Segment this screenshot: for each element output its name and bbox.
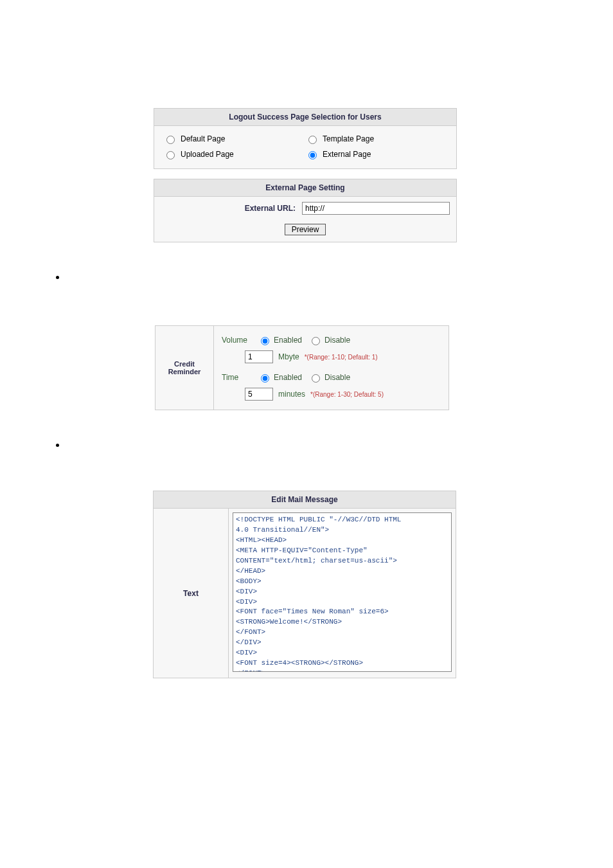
radio-volume-disable[interactable] xyxy=(312,337,320,345)
external-url-row: External URL: xyxy=(154,197,456,220)
radio-time-enabled[interactable] xyxy=(261,374,269,383)
volume-input[interactable] xyxy=(245,350,273,363)
time-disable-option[interactable]: Disable xyxy=(308,372,350,383)
volume-enabled-text: Enabled xyxy=(274,336,302,345)
time-input-row: minutes *(Range: 1-30; Default: 5) xyxy=(222,385,441,403)
option-template-page[interactable]: Template Page xyxy=(305,131,447,147)
time-enabled-text: Enabled xyxy=(274,373,302,382)
credit-reminder-body: Volume Enabled Disable Mbyte *(Range: 1-… xyxy=(214,326,449,410)
label-template: Template Page xyxy=(323,134,374,143)
external-page-setting-panel: External Page Setting External URL: Prev… xyxy=(154,179,457,242)
label-default: Default Page xyxy=(181,134,225,143)
mail-text-label: Text xyxy=(154,509,229,678)
volume-enabled-option[interactable]: Enabled xyxy=(258,335,302,345)
label-external: External Page xyxy=(323,150,371,159)
option-external-page[interactable]: External Page xyxy=(305,147,447,162)
option-default-page[interactable]: Default Page xyxy=(163,131,305,147)
volume-disable-text: Disable xyxy=(324,336,350,345)
time-input[interactable] xyxy=(245,388,273,401)
volume-row: Volume Enabled Disable xyxy=(222,332,441,348)
time-hint: *(Range: 1-30; Default: 5) xyxy=(310,391,384,398)
volume-hint: *(Range: 1-10; Default: 1) xyxy=(305,354,378,361)
mail-right xyxy=(229,509,456,678)
time-row: Time Enabled Disable xyxy=(222,370,441,385)
radio-template[interactable] xyxy=(308,136,317,144)
external-url-input[interactable] xyxy=(302,202,450,215)
time-label: Time xyxy=(222,373,251,382)
volume-input-row: Mbyte *(Range: 1-10; Default: 1) xyxy=(222,348,441,370)
volume-unit: Mbyte xyxy=(278,352,299,361)
mail-body: Text xyxy=(154,509,456,678)
volume-disable-option[interactable]: Disable xyxy=(308,335,350,345)
label-uploaded: Uploaded Page xyxy=(181,150,234,159)
logout-page-selection-panel: Logout Success Page Selection for Users … xyxy=(154,108,457,169)
bullet-icon xyxy=(56,276,59,279)
radio-default[interactable] xyxy=(166,136,175,144)
external-url-label: External URL: xyxy=(161,204,298,213)
logout-panel-title: Logout Success Page Selection for Users xyxy=(154,109,456,126)
volume-label: Volume xyxy=(222,336,251,345)
mail-panel-title: Edit Mail Message xyxy=(154,491,456,509)
preview-button[interactable]: Preview xyxy=(285,224,326,235)
radio-uploaded[interactable] xyxy=(166,151,175,159)
option-uploaded-page[interactable]: Uploaded Page xyxy=(163,147,305,162)
radio-volume-enabled[interactable] xyxy=(261,337,269,345)
time-unit: minutes xyxy=(278,390,305,399)
logout-options-grid: Default Page Template Page Uploaded Page… xyxy=(154,126,456,168)
preview-row: Preview xyxy=(154,220,456,242)
time-disable-text: Disable xyxy=(324,373,350,382)
bullet-icon xyxy=(56,444,59,447)
edit-mail-message-panel: Edit Mail Message Text xyxy=(153,491,456,678)
radio-time-disable[interactable] xyxy=(312,374,320,383)
credit-reminder-panel: Credit Reminder Volume Enabled Disable M… xyxy=(155,325,449,410)
time-enabled-option[interactable]: Enabled xyxy=(258,372,302,383)
external-panel-title: External Page Setting xyxy=(154,179,456,197)
radio-external[interactable] xyxy=(308,151,317,159)
mail-text-area[interactable] xyxy=(233,512,452,672)
credit-reminder-title: Credit Reminder xyxy=(155,326,214,410)
